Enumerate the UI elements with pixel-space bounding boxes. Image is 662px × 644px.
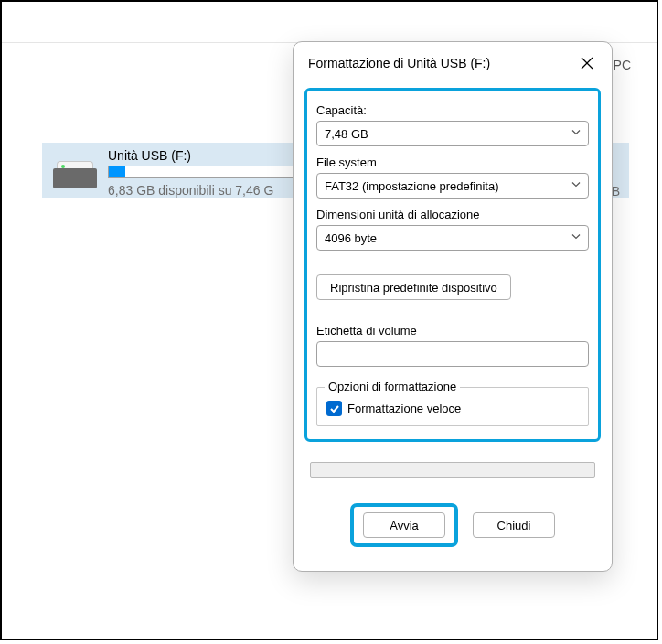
drive-icon: [51, 152, 101, 188]
capacity-value: 7,48 GB: [325, 127, 368, 141]
close-icon[interactable]: [577, 53, 597, 73]
filesystem-label: File system: [316, 156, 589, 169]
chevron-down-icon: [571, 179, 582, 193]
capacity-select[interactable]: 7,48 GB: [316, 121, 589, 146]
quick-format-row[interactable]: Formattazione veloce: [326, 401, 579, 416]
drive-info: Unità USB (F:) 6,83 GB disponibili su 7,…: [108, 148, 300, 198]
storage-bar: [108, 166, 300, 178]
capacity-label: Capacità:: [316, 103, 589, 117]
filesystem-select[interactable]: FAT32 (impostazione predefinita): [316, 173, 589, 199]
restore-defaults-button[interactable]: Ripristina predefinite dispositivo: [316, 274, 511, 300]
restore-defaults-label: Ripristina predefinite dispositivo: [330, 281, 497, 295]
close-button[interactable]: Chiudi: [473, 512, 555, 538]
drive-subtext: 6,83 GB disponibili su 7,46 G: [108, 183, 300, 198]
close-button-label: Chiudi: [497, 519, 531, 532]
allocation-label: Dimensioni unità di allocazione: [316, 208, 589, 221]
allocation-select[interactable]: 4096 byte: [316, 225, 589, 251]
allocation-value: 4096 byte: [325, 231, 377, 245]
volume-input[interactable]: [316, 341, 589, 367]
drive-name: Unità USB (F:): [108, 148, 300, 163]
format-options-legend: Opzioni di formattazione: [325, 380, 460, 393]
quick-format-label: Formattazione veloce: [347, 402, 461, 415]
form-highlight: Capacità: 7,48 GB File system FAT32 (imp…: [304, 88, 601, 442]
format-options-fieldset: Opzioni di formattazione Formattazione v…: [316, 387, 589, 426]
start-button-label: Avvia: [390, 519, 419, 532]
chevron-down-icon: [571, 127, 582, 141]
dialog-button-row: Avvia Chiudi: [294, 478, 612, 571]
format-dialog: Formattazione di Unità USB (F:) Capacità…: [293, 41, 613, 572]
quick-format-checkbox[interactable]: [326, 401, 342, 416]
storage-bar-fill: [109, 166, 125, 177]
page-frame: PC Unità USB (F:) 6,83 GB disponibili su…: [0, 0, 658, 640]
start-button-highlight: Avvia: [350, 503, 458, 547]
filesystem-value: FAT32 (impostazione predefinita): [325, 179, 499, 193]
dialog-title: Formattazione di Unità USB (F:): [308, 56, 490, 70]
chevron-down-icon: [571, 231, 582, 245]
dialog-titlebar: Formattazione di Unità USB (F:): [294, 42, 612, 79]
start-button[interactable]: Avvia: [363, 512, 445, 538]
progress-bar: [310, 462, 595, 478]
volume-label: Etichetta di volume: [316, 324, 589, 338]
breadcrumb-pc: PC: [614, 58, 631, 72]
